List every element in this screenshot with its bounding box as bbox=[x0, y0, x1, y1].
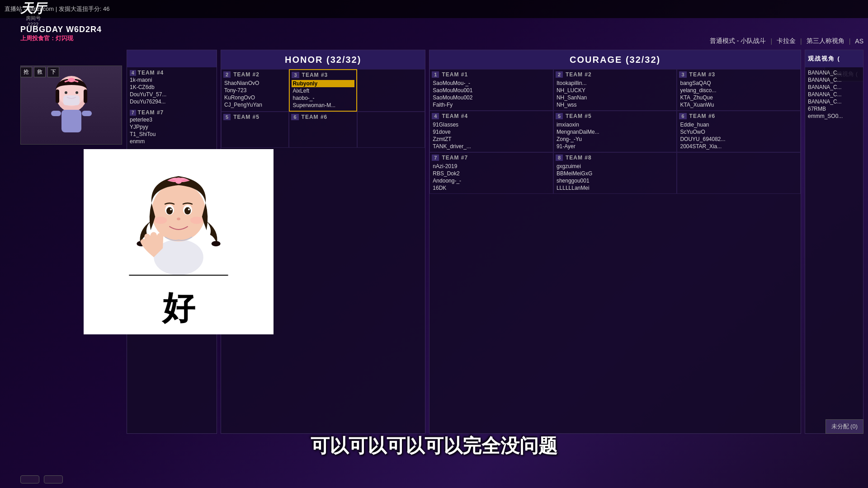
region: AS bbox=[855, 38, 863, 45]
banana-5: BANANA_C... bbox=[807, 98, 861, 105]
courage-team-2: 2 TEAM #2 Itookapillin... NH_LUCKY NH_Sa… bbox=[553, 69, 677, 111]
banana-1: BANANA_C... bbox=[807, 69, 861, 76]
svg-point-25 bbox=[154, 217, 167, 224]
team4-label-row: 4 TEAM #4 bbox=[129, 69, 215, 76]
courage-team-6: 6 TEAM #6 Eddie_huan ScYuOwO DOUYU_69408… bbox=[677, 111, 801, 152]
player-1k-cz6db: 1K-CZ6db bbox=[129, 84, 215, 91]
player-bbmeimei: BBMeiMeiGxG bbox=[556, 170, 675, 177]
subtitle: 可以可以可以可以完全没问题 bbox=[0, 433, 868, 459]
svg-point-5 bbox=[75, 91, 78, 94]
player-mengnan: MengnanDaiMe... bbox=[556, 128, 675, 136]
left-team-7: 7 TEAM #7 peterlee3 YJPpyy T1_ShiTou enm… bbox=[129, 109, 215, 145]
player-gxgzuimei: gxgzuimei bbox=[556, 163, 675, 170]
player-llllllanmei: LLLLLLanMei bbox=[556, 184, 675, 192]
cam-btn-rescue[interactable]: 救 bbox=[34, 67, 46, 77]
separator2: | bbox=[800, 38, 802, 45]
player-douyu694082: DOUYU_694082... bbox=[679, 136, 798, 143]
svg-rect-6 bbox=[63, 95, 80, 105]
player-kurong: KuRongOvO bbox=[223, 94, 287, 101]
unassigned-button[interactable]: 未分配 (0) bbox=[826, 419, 864, 434]
courage-team-4: 4 TEAM #4 91Glasses 91dove ZzmtZT TANK_d… bbox=[429, 111, 553, 152]
courage-team4-label: 4 TEAM #4 bbox=[432, 113, 551, 119]
bottom-btn-1[interactable] bbox=[20, 475, 39, 483]
player-itookapillin: Itookapillin... bbox=[556, 80, 675, 87]
player-saomou1: SaoMouMou-_- bbox=[432, 80, 551, 87]
team7-label-row: 7 TEAM #7 bbox=[129, 109, 215, 116]
honor-team-3: 3 TEAM #3 Rubyonly AixLeft haobo-_- Supe… bbox=[289, 69, 357, 112]
honor-team2-name: TEAM #2 bbox=[233, 71, 259, 78]
honor-team5-badge: 5 bbox=[223, 114, 231, 120]
courage-team8-name: TEAM #8 bbox=[566, 155, 592, 161]
banana-4: BANANA_C... bbox=[807, 91, 861, 98]
player-saomou001: SaoMouMou001 bbox=[432, 87, 551, 94]
player-2004star: 2004STAR_Xia... bbox=[679, 143, 798, 150]
svg-point-7 bbox=[68, 78, 75, 82]
player-91dove: 91dove bbox=[432, 128, 551, 136]
honor-team5-label: 5 TEAM #5 bbox=[223, 114, 287, 120]
player-kta-zhuque: KTA_ZhuQue bbox=[679, 94, 798, 101]
player-zzmtzt: ZzmtZT bbox=[432, 136, 551, 143]
player-enmm: enmm bbox=[129, 138, 215, 145]
bottom-buttons[interactable] bbox=[20, 475, 63, 483]
courage-team2-badge: 2 bbox=[556, 71, 563, 78]
courage-team5-badge: 5 bbox=[556, 113, 563, 119]
player-yelang: yelang_disco... bbox=[679, 87, 798, 94]
cam-buttons[interactable]: 抢 救 下 bbox=[20, 67, 59, 77]
logo-main: 天厅 bbox=[20, 2, 46, 15]
courage-team-7: 7 TEAM #7 nAzi-2019 RBS_Dok2 Andoong-_- … bbox=[429, 152, 553, 194]
player-nazi2019: nAzi-2019 bbox=[432, 163, 551, 170]
svg-point-22 bbox=[170, 209, 172, 211]
courage-team8-label: 8 TEAM #8 bbox=[556, 155, 675, 161]
player-emmm-so0: emmm_SO0... bbox=[807, 113, 861, 120]
player-tony723: Tony-723 bbox=[223, 87, 287, 94]
honor-team3-badge: 3 bbox=[292, 72, 299, 78]
player-haobo: haobo-_- bbox=[292, 94, 354, 102]
cam-btn-grab[interactable]: 抢 bbox=[20, 67, 32, 77]
perspective: 第三人称视角 bbox=[807, 37, 844, 45]
svg-rect-2 bbox=[56, 89, 59, 103]
courage-team6-name: TEAM #6 bbox=[689, 113, 716, 119]
broadcast-info: PUBGDAY W6D2R4 上周投食官：灯闪现 bbox=[20, 25, 102, 42]
courage-team1-label: 1 TEAM #1 bbox=[432, 71, 551, 78]
courage-team4-name: TEAM #4 bbox=[442, 113, 468, 119]
player-shaonian: ShaoNianOvO bbox=[223, 80, 287, 87]
courage-team5-name: TEAM #5 bbox=[566, 113, 592, 119]
courage-team8-badge: 8 bbox=[556, 155, 563, 161]
svg-point-4 bbox=[65, 91, 67, 94]
courage-panel: COURAGE (32/32) 1 TEAM #1 SaoMouMou-_- S… bbox=[429, 50, 801, 434]
left-panel-header bbox=[127, 50, 217, 67]
courage-team6-badge: 6 bbox=[679, 113, 686, 119]
courage-team4-badge: 4 bbox=[432, 113, 439, 119]
player-scyuowo: ScYuOwO bbox=[679, 128, 798, 136]
courage-team3-label: 3 TEAM #3 bbox=[679, 71, 798, 78]
courage-team7-badge: 7 bbox=[432, 155, 439, 161]
player-67rmb: 67RMB bbox=[807, 105, 861, 113]
courage-team7-name: TEAM #7 bbox=[442, 155, 468, 161]
team4-name: TEAM #4 bbox=[138, 70, 164, 76]
courage-team-5: 5 TEAM #5 imxiaoxin MengnanDaiMe... Zong… bbox=[553, 111, 677, 152]
honor-team-5-slot: 5 TEAM #5 bbox=[221, 112, 289, 148]
logo-area: 天厅 房间号 2222 bbox=[20, 2, 46, 27]
svg-point-14 bbox=[151, 183, 206, 242]
courage-team3-name: TEAM #3 bbox=[689, 71, 716, 78]
player-1k-maoni: 1k-maoni bbox=[129, 76, 215, 84]
game-mode: 普通模式 - 小队战斗 bbox=[710, 37, 766, 45]
courage-team6-label: 6 TEAM #6 bbox=[679, 113, 798, 119]
mode-info: 普通模式 - 小队战斗 | 卡拉金 | 第三人称视角 | AS bbox=[710, 37, 863, 45]
cam-btn-down[interactable]: 下 bbox=[47, 67, 59, 77]
honor-team3-name: TEAM #3 bbox=[302, 72, 328, 78]
team7-badge: 7 bbox=[130, 110, 136, 116]
bottom-btn-2[interactable] bbox=[44, 475, 63, 483]
right-panel-header: 观战视角 ( bbox=[805, 50, 863, 67]
player-nh-wss: NH_wss bbox=[556, 101, 675, 108]
svg-point-24 bbox=[177, 218, 180, 221]
player-cj-peng: CJ_PengYuYan bbox=[223, 101, 287, 108]
meme-text: 好 bbox=[162, 286, 195, 330]
honor-team2-label: 2 TEAM #2 bbox=[223, 71, 287, 78]
player-shenggou: shenggou001 bbox=[556, 177, 675, 184]
player-superwoman: Superwoman-M... bbox=[292, 102, 354, 109]
player-nh-sannan: NH_SanNan bbox=[556, 94, 675, 101]
honor-team6-label: 6 TEAM #6 bbox=[291, 114, 354, 120]
honor-team6-name: TEAM #6 bbox=[302, 114, 328, 120]
left-team-4: 4 TEAM #4 1k-maoni 1K-CZ6db DouYuTV_57..… bbox=[129, 69, 215, 105]
